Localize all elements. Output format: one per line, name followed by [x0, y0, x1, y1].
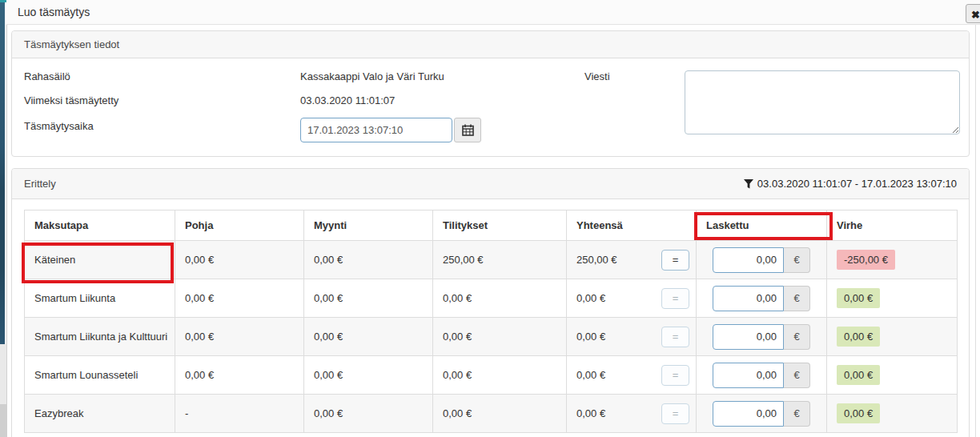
- ok-badge: 0,00 €: [837, 403, 880, 423]
- pohja-cell: -: [175, 395, 304, 433]
- table-row: Käteinen 0,00 € 0,00 € 250,00 € 250,00 €…: [25, 241, 958, 279]
- col-yhteensa: Yhteensä: [567, 210, 697, 241]
- pohja-cell: 0,00 €: [175, 318, 304, 356]
- virhe-cell: 0,00 €: [827, 318, 958, 356]
- tilitykset-cell: 0,00 €: [433, 279, 567, 318]
- myynti-cell: 0,00 €: [304, 395, 433, 433]
- ok-badge: 0,00 €: [837, 288, 880, 308]
- laskettu-cell: €: [697, 318, 827, 356]
- col-maksutapa: Maksutapa: [25, 210, 175, 241]
- breakdown-table: Maksutapa Pohja Myynti Tilitykset Yhteen…: [24, 210, 958, 433]
- myynti-cell: 0,00 €: [304, 356, 433, 395]
- tilitykset-cell: 0,00 €: [433, 356, 567, 395]
- close-icon: ✖: [971, 9, 980, 21]
- laskettu-input[interactable]: [713, 247, 784, 273]
- yhteensa-value: 0,00 €: [576, 369, 605, 381]
- payment-type-cell: Smartum Liikunta ja Kulttuuri: [25, 318, 175, 356]
- yhteensa-cell: 0,00 € =: [567, 395, 697, 433]
- equals-button: =: [661, 327, 689, 347]
- yhteensa-cell: 0,00 € =: [567, 279, 697, 318]
- pohja-cell: 0,00 €: [175, 356, 304, 395]
- myynti-cell: 0,00 €: [304, 241, 433, 279]
- pohja-cell: 0,00 €: [175, 241, 304, 279]
- equals-button[interactable]: =: [661, 250, 689, 271]
- col-laskettu: Laskettu: [697, 210, 827, 241]
- virhe-cell: 0,00 €: [827, 395, 958, 433]
- yhteensa-cell: 250,00 € =: [567, 241, 697, 279]
- virhe-cell: 0,00 €: [827, 279, 958, 318]
- background-page-strip: [0, 344, 6, 404]
- last-reconciled-label: Viimeksi täsmäytetty: [24, 94, 118, 106]
- last-reconciled-value: 03.03.2020 11:01:07: [300, 94, 395, 106]
- tilitykset-cell: 0,00 €: [433, 395, 567, 433]
- yhteensa-value: 0,00 €: [576, 331, 605, 343]
- background-sidebar-strip: [0, 2, 5, 344]
- details-panel-title: Täsmäytyksen tiedot: [24, 31, 119, 58]
- currency-addon: €: [784, 286, 810, 311]
- myynti-cell: 0,00 €: [304, 279, 433, 318]
- table-row: Eazybreak - 0,00 € 0,00 € 0,00 € = € 0,0…: [25, 395, 958, 433]
- filter-icon: [744, 179, 753, 189]
- reconcile-time-label: Täsmäytysaika: [24, 120, 94, 132]
- yhteensa-value: 0,00 €: [576, 292, 605, 304]
- laskettu-input[interactable]: [713, 401, 784, 427]
- filter-range: 03.03.2020 11:01:07 - 17.01.2023 13:07:1…: [744, 169, 957, 198]
- col-tilitykset: Tilitykset: [433, 210, 567, 241]
- laskettu-cell: €: [697, 279, 827, 318]
- modal-header: [6, 0, 980, 25]
- table-row: Smartum Liikunta 0,00 € 0,00 € 0,00 € 0,…: [25, 279, 958, 318]
- yhteensa-cell: 0,00 € =: [567, 356, 697, 395]
- reconcile-time-input[interactable]: [300, 118, 452, 142]
- calendar-icon: [462, 124, 474, 136]
- equals-button: =: [661, 288, 689, 309]
- laskettu-cell: €: [697, 356, 827, 395]
- yhteensa-cell: 0,00 € =: [567, 318, 697, 356]
- laskettu-input[interactable]: [713, 363, 784, 388]
- table-row: Smartum Lounasseteli 0,00 € 0,00 € 0,00 …: [25, 356, 958, 395]
- background-footer-strip: [0, 404, 6, 437]
- table-header-row: Maksutapa Pohja Myynti Tilitykset Yhteen…: [25, 210, 958, 241]
- laskettu-cell: €: [697, 241, 827, 279]
- payment-type-cell: Smartum Lounasseteli: [25, 356, 175, 395]
- payment-type-cell: Eazybreak: [25, 395, 175, 433]
- table-row: Smartum Liikunta ja Kulttuuri 0,00 € 0,0…: [25, 318, 958, 356]
- virhe-cell: -250,00 €: [827, 241, 958, 279]
- laskettu-input[interactable]: [713, 286, 784, 311]
- col-virhe: Virhe: [827, 210, 958, 241]
- equals-button: =: [661, 403, 689, 424]
- col-pohja: Pohja: [175, 210, 304, 241]
- currency-addon: €: [784, 363, 810, 388]
- equals-button: =: [661, 365, 689, 386]
- calendar-button[interactable]: [454, 118, 481, 142]
- laskettu-input[interactable]: [713, 324, 784, 350]
- money-container-value: Kassakaappi Valo ja Väri Turku: [300, 70, 444, 82]
- yhteensa-value: 250,00 €: [576, 254, 617, 266]
- reconcile-time-group: [300, 118, 481, 142]
- myynti-cell: 0,00 €: [304, 318, 433, 356]
- ok-badge: 0,00 €: [837, 327, 880, 347]
- tilitykset-cell: 250,00 €: [433, 241, 567, 279]
- pohja-cell: 0,00 €: [175, 279, 304, 318]
- error-badge: -250,00 €: [837, 250, 895, 270]
- modal-right-edge: [975, 25, 976, 437]
- yhteensa-value: 0,00 €: [576, 407, 605, 419]
- laskettu-cell: €: [697, 395, 827, 433]
- message-textarea[interactable]: [685, 70, 960, 134]
- ok-badge: 0,00 €: [837, 365, 880, 385]
- breakdown-panel-heading: Erittely 03.03.2020 11:01:07 - 17.01.202…: [12, 169, 969, 199]
- currency-addon: €: [784, 401, 810, 427]
- page: Luo täsmäytys ✖ Täsmäytyksen tiedot Raha…: [0, 0, 980, 437]
- breakdown-panel-title: Erittely: [24, 169, 56, 198]
- close-button[interactable]: ✖: [966, 4, 980, 23]
- currency-addon: €: [784, 247, 810, 273]
- tilitykset-cell: 0,00 €: [433, 318, 567, 356]
- money-container-label: Rahasäilö: [24, 70, 70, 82]
- filter-range-text: 03.03.2020 11:01:07 - 17.01.2023 13:07:1…: [757, 169, 957, 198]
- payment-type-cell: Käteinen: [25, 241, 175, 279]
- col-myynti: Myynti: [304, 210, 433, 241]
- modal-title: Luo täsmäytys: [18, 6, 90, 18]
- virhe-cell: 0,00 €: [827, 356, 958, 395]
- message-label: Viesti: [584, 70, 610, 82]
- currency-addon: €: [784, 324, 810, 350]
- payment-type-cell: Smartum Liikunta: [25, 279, 175, 318]
